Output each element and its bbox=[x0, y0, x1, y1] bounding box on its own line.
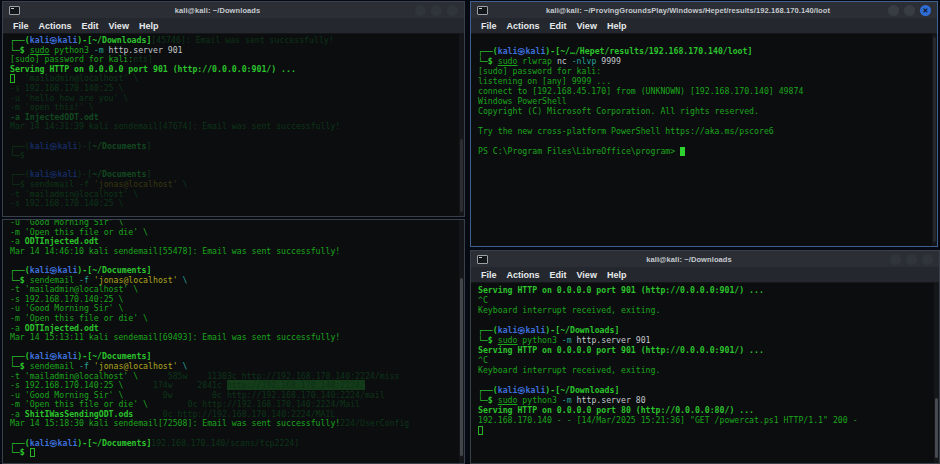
terminal-line bbox=[478, 36, 927, 46]
window-terminal-bottom-right: kali@kali: ~/Downloads FileActionsEditVi… bbox=[470, 250, 940, 464]
menu-item-file[interactable]: File bbox=[13, 21, 29, 31]
window-terminal-top-right: kali@kali: ~/ProvingGroundsPlay/Windows/… bbox=[470, 1, 938, 247]
scrollbar[interactable] bbox=[459, 33, 464, 216]
terminal-line: 192.168.170.140 - - [14/Mar/2025 15:21:3… bbox=[478, 415, 929, 425]
titlebar[interactable]: kali@kali: ~/Downloads bbox=[471, 251, 939, 267]
terminal-output-top-left[interactable]: ┌──(kali㉿kali)-[~/Downloads][45746]: Ema… bbox=[3, 34, 464, 219]
terminal-output-top-right[interactable]: ┌──(kali㉿kali)-[~/…/Hepet/results/192.16… bbox=[471, 34, 937, 250]
scrollbar-thumb[interactable] bbox=[933, 37, 936, 241]
terminal-line: ┌──(kali㉿kali)-[~/…/Hepet/results/192.16… bbox=[478, 46, 927, 56]
menu-item-edit[interactable]: Edit bbox=[550, 21, 567, 31]
menu-item-actions[interactable]: Actions bbox=[507, 270, 540, 280]
menu-item-actions[interactable]: Actions bbox=[39, 21, 72, 31]
menu-item-file[interactable]: File bbox=[481, 270, 497, 280]
titlebar[interactable]: kali@kali: ~/ProvingGroundsPlay/Windows/… bbox=[471, 2, 937, 18]
terminal-line: └─$ bbox=[10, 151, 454, 161]
menubar: FileActionsEditViewHelp bbox=[471, 18, 937, 34]
minimize-button[interactable] bbox=[415, 5, 426, 16]
menu-item-help[interactable]: Help bbox=[607, 270, 627, 280]
menu-item-file[interactable]: File bbox=[481, 21, 497, 31]
menu-item-help[interactable]: Help bbox=[607, 21, 627, 31]
terminal-line: ^C bbox=[478, 295, 929, 305]
scrollbar-thumb[interactable] bbox=[460, 139, 463, 212]
terminal-line: listening on [any] 9999 ... bbox=[478, 76, 927, 86]
terminal-line: └─$ bbox=[10, 448, 454, 458]
maximize-button[interactable] bbox=[906, 254, 917, 265]
menubar: FileActionsEditViewHelp bbox=[3, 18, 464, 34]
close-button[interactable] bbox=[447, 5, 458, 16]
terminal-line: [sudo] password for kali: bbox=[478, 66, 927, 76]
close-button[interactable]: ✕ bbox=[920, 5, 931, 16]
scrollbar-thumb[interactable] bbox=[935, 398, 938, 458]
terminal-window-icon[interactable] bbox=[477, 255, 488, 264]
desktop: kali@kali: ~/Downloads FileActionsEditVi… bbox=[0, 0, 940, 464]
menu-item-edit[interactable]: Edit bbox=[82, 21, 99, 31]
scrollbar[interactable] bbox=[932, 33, 937, 246]
menu-item-view[interactable]: View bbox=[109, 21, 129, 31]
window-terminal-bottom-left: -u 'Good Morning Sir' \-m 'Open this fil… bbox=[2, 219, 465, 464]
terminal-line: Mar 14 14:46:10 kali sendemail[55478]: E… bbox=[10, 247, 454, 257]
menu-item-actions[interactable]: Actions bbox=[507, 21, 540, 31]
terminal-line: Mar 14 14:31:39 kali sendemail[47674]: E… bbox=[10, 122, 454, 132]
terminal-line: Serving HTTP on 0.0.0.0 port 901 (http:/… bbox=[478, 345, 929, 355]
terminal-line: ┌──(kali㉿kali)-[~/Downloads] bbox=[478, 385, 929, 395]
window-buttons: ✕ bbox=[888, 5, 931, 16]
cursor-solid bbox=[680, 147, 685, 156]
maximize-button[interactable] bbox=[431, 5, 442, 16]
terminal-line bbox=[478, 116, 927, 126]
window-title: kali@kali: ~/ProvingGroundsPlay/Windows/… bbox=[492, 6, 884, 15]
terminal-line: Keyboard interrupt received, exiting. bbox=[478, 305, 929, 315]
terminal-line: ┌──(kali㉿kali)-[~/Documents] bbox=[10, 142, 454, 152]
menu-item-view[interactable]: View bbox=[577, 21, 597, 31]
terminal-line: ┌──(kali㉿kali)-[~/Documents]192.168.170.… bbox=[10, 439, 454, 449]
scrollbar[interactable] bbox=[934, 282, 939, 463]
window-buttons bbox=[415, 5, 458, 16]
window-title: kali@kali: ~/Downloads bbox=[24, 6, 411, 15]
terminal-line: Serving HTTP on 0.0.0.0 port 901 (http:/… bbox=[478, 285, 929, 295]
terminal-line: Serving HTTP on 0.0.0.0 port 80 (http://… bbox=[478, 405, 929, 415]
close-button[interactable] bbox=[922, 254, 933, 265]
minimize-button[interactable] bbox=[888, 5, 899, 16]
terminal-line: └─$ sudo python3 -m http.server 80 bbox=[478, 395, 929, 405]
window-buttons bbox=[890, 254, 933, 265]
minimize-button[interactable] bbox=[890, 254, 901, 265]
cursor-hollow bbox=[30, 448, 35, 457]
terminal-line: Try the new cross-platform PowerShell ht… bbox=[478, 126, 927, 136]
terminal-window-icon[interactable] bbox=[477, 6, 488, 15]
terminal-line: PS C:\Program Files\LibreOffice\program> bbox=[478, 146, 927, 156]
terminal-line: Windows PowerShell bbox=[478, 96, 927, 106]
terminal-output-bottom-left[interactable]: -u 'Good Morning Sir' \-m 'Open this fil… bbox=[3, 220, 464, 464]
window-terminal-top-left: kali@kali: ~/Downloads FileActionsEditVi… bbox=[2, 1, 465, 217]
titlebar[interactable]: kali@kali: ~/Downloads bbox=[3, 2, 464, 18]
terminal-line: -s 192.168.170.140:25 \ bbox=[10, 199, 454, 209]
terminal-output-bottom-right[interactable]: Serving HTTP on 0.0.0.0 port 901 (http:/… bbox=[471, 283, 939, 464]
terminal-line bbox=[478, 425, 929, 435]
terminal-line bbox=[478, 136, 927, 146]
window-title: kali@kali: ~/Downloads bbox=[492, 255, 886, 264]
terminal-line bbox=[478, 375, 929, 385]
cursor-hollow bbox=[478, 426, 483, 435]
menubar: FileActionsEditViewHelp bbox=[471, 267, 939, 283]
maximize-button[interactable] bbox=[904, 5, 915, 16]
terminal-line: ^C bbox=[478, 355, 929, 365]
terminal-line: ┌──(kali㉿kali)-[~/Downloads] bbox=[478, 325, 929, 335]
terminal-line: └─$ sudo rlwrap nc -nlvp 9999 bbox=[478, 56, 927, 66]
terminal-line: Mar 14 15:18:30 kali sendemail[72508]: E… bbox=[10, 419, 454, 429]
scrollbar[interactable] bbox=[459, 220, 464, 463]
terminal-line bbox=[478, 315, 929, 325]
terminal-line: connect to [192.168.45.170] from (UNKNOW… bbox=[478, 86, 927, 96]
menu-item-edit[interactable]: Edit bbox=[550, 270, 567, 280]
terminal-window-icon[interactable] bbox=[9, 6, 20, 15]
menu-item-view[interactable]: View bbox=[577, 270, 597, 280]
terminal-line: Mar 14 15:13:11 kali sendemail[69493]: E… bbox=[10, 333, 454, 343]
terminal-line: Keyboard interrupt received, exiting. bbox=[478, 365, 929, 375]
terminal-line: Copyright (C) Microsoft Corporation. All… bbox=[478, 106, 927, 116]
menu-item-help[interactable]: Help bbox=[139, 21, 159, 31]
scrollbar-thumb[interactable] bbox=[460, 278, 463, 455]
terminal-line: └─$ sudo python3 -m http.server 901 bbox=[478, 335, 929, 345]
